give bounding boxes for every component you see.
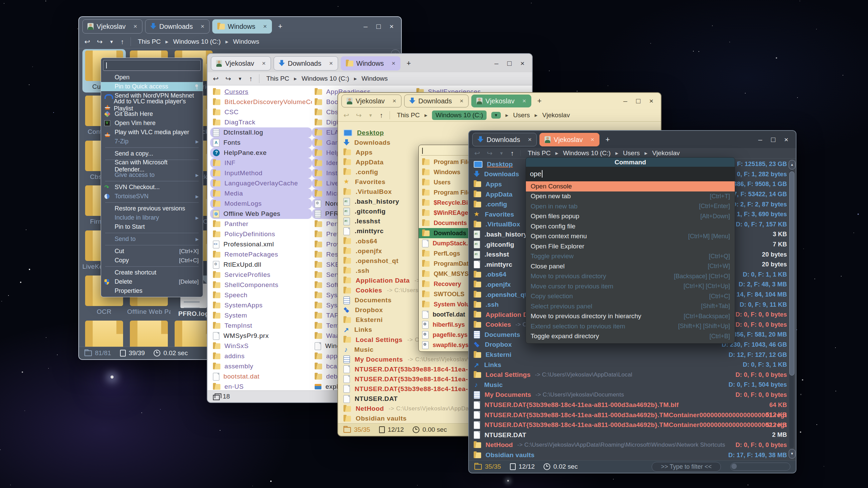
list-item[interactable]: BitLockerDiscoveryVolumeContents bbox=[210, 97, 312, 107]
type-to-filter-button[interactable]: >> Type to filter << bbox=[652, 462, 721, 472]
palette-item[interactable]: Open new tab[Ctrl+T] bbox=[526, 191, 735, 202]
breadcrumb-item[interactable]: Users bbox=[623, 149, 640, 157]
breadcrumb-item[interactable]: This PC bbox=[397, 111, 420, 119]
breadcrumb-item[interactable]: Windows 10 (C:) bbox=[563, 149, 610, 157]
breadcrumb-item[interactable]: Windows 10 (C:) bbox=[432, 110, 486, 120]
history-dropdown-icon[interactable]: ▼ bbox=[499, 151, 504, 156]
tab-close-icon[interactable]: × bbox=[263, 23, 267, 30]
menu-item[interactable]: TortoiseSVN▶ bbox=[101, 192, 203, 201]
back-icon[interactable]: ↩ bbox=[213, 75, 219, 83]
palette-item[interactable]: Move to previous directory[Backspace] [C… bbox=[526, 271, 735, 282]
forward-icon[interactable]: ↪ bbox=[487, 149, 493, 157]
palette-item[interactable]: Close panel[Ctrl+W] bbox=[526, 261, 735, 271]
list-item[interactable]: NTUSER.DAT{53b39e88-18c4-11ea-a811-000d3… bbox=[471, 410, 787, 420]
maximize-button[interactable]: □ bbox=[507, 59, 512, 67]
new-tab-button[interactable]: + bbox=[275, 22, 286, 31]
list-item[interactable]: en-US bbox=[210, 382, 312, 390]
list-item[interactable]: System bbox=[210, 310, 312, 321]
list-item[interactable]: bootstat.dat bbox=[210, 371, 312, 382]
tab-close-icon[interactable]: × bbox=[528, 136, 532, 143]
forward-icon[interactable]: ↪ bbox=[225, 75, 231, 83]
palette-item[interactable]: Open Console bbox=[526, 181, 735, 191]
palette-item[interactable]: Open files popup[Alt+Down] bbox=[526, 211, 735, 222]
back-icon[interactable]: ↩ bbox=[474, 149, 480, 157]
list-item[interactable]: RemotePackages bbox=[210, 249, 312, 260]
list-item[interactable]: NTUSER.DAT2 MB bbox=[471, 430, 787, 440]
tab-close-icon[interactable]: × bbox=[591, 136, 594, 143]
list-item[interactable]: Professional.xml bbox=[210, 239, 312, 249]
tab-vjekoslav[interactable]: Vjekoslav× bbox=[211, 56, 271, 70]
forward-icon[interactable]: ↪ bbox=[97, 38, 103, 46]
list-item[interactable]: MusicD: 0, F: 1, 504 bytes bbox=[471, 380, 787, 390]
minimize-button[interactable]: – bbox=[623, 97, 627, 105]
breadcrumb-item[interactable]: This PC bbox=[266, 75, 289, 82]
palette-item[interactable]: Move cursor to previous item[Ctrl+K] [Ct… bbox=[526, 281, 735, 291]
menu-item[interactable]: Pin to Quick access bbox=[101, 82, 203, 91]
new-tab-button[interactable]: + bbox=[403, 59, 414, 68]
menu-item[interactable]: Include in library▶ bbox=[101, 213, 203, 222]
list-item[interactable]: CSC bbox=[210, 107, 312, 117]
breadcrumb-item[interactable]: This PC bbox=[138, 38, 161, 45]
minimize-button[interactable]: – bbox=[363, 22, 368, 30]
maximize-button[interactable]: □ bbox=[771, 136, 775, 144]
menu-item[interactable]: Scan with Microsoft Defender... bbox=[101, 161, 203, 170]
tab-windows[interactable]: Windows× bbox=[212, 19, 272, 34]
list-item[interactable]: PolicyDefinitions bbox=[210, 229, 312, 239]
close-button[interactable]: × bbox=[649, 97, 653, 105]
scroll-thumb[interactable] bbox=[789, 171, 794, 375]
palette-item[interactable]: Open config file bbox=[526, 221, 735, 231]
palette-item[interactable]: Open context menu[Ctrl+M] [Menu] bbox=[526, 231, 735, 242]
scroll-down-icon[interactable]: ▼ bbox=[789, 449, 795, 459]
history-dropdown-icon[interactable]: ▼ bbox=[238, 76, 242, 81]
tab-windows[interactable]: Windows× bbox=[341, 56, 400, 70]
menu-item[interactable]: Send to▶ bbox=[101, 235, 203, 244]
palette-item[interactable]: Extend selection to previous item[Shift+… bbox=[526, 321, 735, 331]
minimize-button[interactable]: – bbox=[758, 136, 762, 144]
list-item[interactable]: NTUSER.DAT{53b39e88-18c4-11ea-a811-000d3… bbox=[471, 420, 787, 430]
menu-item[interactable]: Cut[Ctrl+X] bbox=[101, 247, 203, 256]
list-item[interactable]: TempInst bbox=[210, 321, 312, 331]
tab-downloads[interactable]: Downloads× bbox=[145, 19, 210, 34]
tab-close-icon[interactable]: × bbox=[201, 23, 204, 30]
breadcrumb-item[interactable]: Vjekoslav bbox=[542, 111, 570, 119]
menu-item[interactable]: Add to VLC media player's Playlist bbox=[101, 100, 203, 109]
palette-item[interactable]: Open in new tab[Ctrl+Enter] bbox=[526, 201, 735, 211]
breadcrumb-item[interactable]: Users bbox=[513, 111, 530, 119]
up-icon[interactable]: ↑ bbox=[379, 111, 383, 119]
tab-downloads[interactable]: Downloads× bbox=[404, 95, 469, 107]
forward-icon[interactable]: ↪ bbox=[356, 111, 362, 119]
tab-close-icon[interactable]: × bbox=[522, 97, 526, 105]
list-item[interactable]: ShellComponents bbox=[210, 280, 312, 290]
list-item[interactable]: DiagTrack bbox=[210, 117, 312, 127]
grid-item[interactable]: PolicyDefinitions bbox=[82, 319, 126, 347]
close-button[interactable]: × bbox=[784, 136, 788, 144]
breadcrumb-item[interactable]: Vjekoslav bbox=[652, 149, 679, 157]
menu-item[interactable]: Create shortcut bbox=[101, 268, 203, 277]
grid-item[interactable]: Prefetch bbox=[127, 319, 171, 347]
list-item[interactable]: Panther bbox=[210, 219, 312, 229]
list-item[interactable]: addins bbox=[210, 351, 312, 361]
list-item[interactable]: RtlExUpd.dll bbox=[210, 260, 312, 270]
tab-downloads[interactable]: Downloads× bbox=[274, 56, 338, 70]
list-item[interactable]: Offline Web Pages bbox=[210, 209, 312, 219]
menu-item[interactable]: Play with VLC media player bbox=[101, 128, 203, 137]
list-item[interactable]: ModemLogs bbox=[210, 199, 312, 209]
tab-vjekoslav[interactable]: Vjekoslav× bbox=[539, 133, 599, 146]
back-icon[interactable]: ↩ bbox=[84, 38, 90, 46]
list-item[interactable]: WMSysPr9.prx bbox=[210, 331, 312, 341]
menu-item[interactable]: Open Vim here bbox=[101, 119, 203, 128]
palette-item[interactable]: Select previous panel[Shift+Tab] bbox=[526, 301, 735, 311]
palette-item[interactable]: Open File Explorer bbox=[526, 241, 735, 251]
menu-item[interactable]: Restore previous versions bbox=[101, 204, 203, 213]
tab-close-icon[interactable]: × bbox=[262, 60, 266, 67]
tab-downloads[interactable]: Downloads× bbox=[472, 133, 537, 146]
maximize-button[interactable]: □ bbox=[636, 97, 640, 105]
tab-close-icon[interactable]: × bbox=[134, 23, 137, 30]
list-item[interactable]: LanguageOverlayCache bbox=[210, 178, 312, 188]
tab-close-icon[interactable]: × bbox=[460, 97, 463, 105]
tab-close-icon[interactable]: × bbox=[393, 97, 396, 105]
menu-item[interactable]: Send a copy... bbox=[101, 149, 203, 158]
tab-close-icon[interactable]: × bbox=[329, 60, 333, 67]
filter-progress-track[interactable] bbox=[730, 463, 790, 471]
menu-item[interactable]: Properties bbox=[101, 286, 203, 296]
